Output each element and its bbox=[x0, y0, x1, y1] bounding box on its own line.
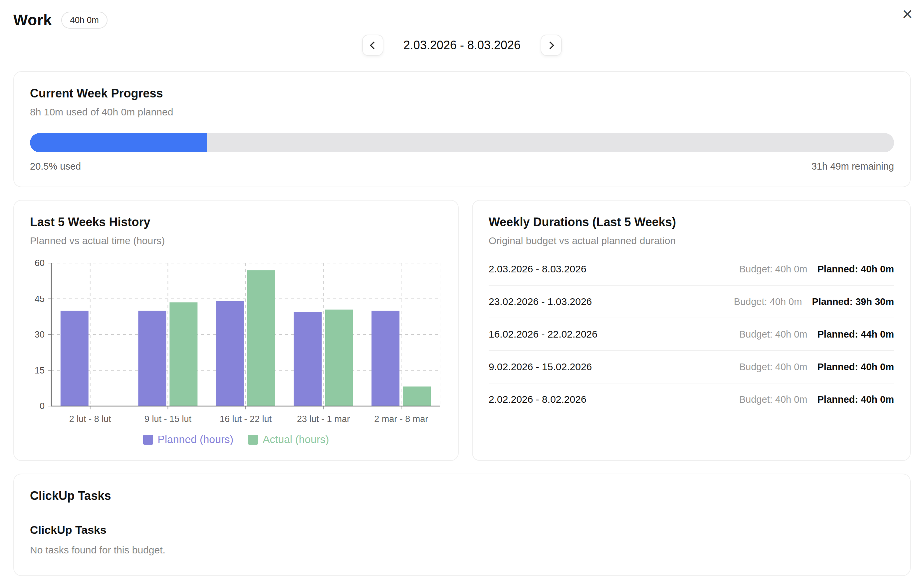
current-week-progress-card: Current Week Progress 8h 10m used of 40h… bbox=[13, 71, 911, 187]
svg-text:2 mar - 8 mar: 2 mar - 8 mar bbox=[374, 414, 428, 424]
prev-week-button[interactable] bbox=[362, 35, 383, 56]
clickup-tasks-card: ClickUp Tasks ClickUp Tasks No tasks fou… bbox=[13, 474, 911, 576]
bar-planned-week-2 bbox=[138, 311, 166, 406]
progress-card-title: Current Week Progress bbox=[30, 86, 894, 100]
week-planned: Planned: 40h 0m bbox=[817, 362, 894, 372]
bar-actual-week-2 bbox=[170, 302, 197, 406]
percent-used-label: 20.5% used bbox=[30, 161, 81, 172]
week-range: 16.02.2026 - 22.02.2026 bbox=[488, 329, 597, 340]
week-range: 2.02.2026 - 8.02.2026 bbox=[488, 394, 586, 405]
bar-chart-canvas: 0153045602 lut - 8 lut9 lut - 15 lut16 l… bbox=[30, 258, 442, 429]
week-duration-row: 2.03.2026 - 8.03.2026 Budget: 40h 0m Pla… bbox=[488, 253, 894, 286]
progress-meta: 20.5% used 31h 49m remaining bbox=[30, 161, 894, 172]
bar-planned-week-1 bbox=[61, 311, 89, 406]
legend-label: Planned (hours) bbox=[158, 433, 234, 446]
tasks-empty-message: No tasks found for this budget. bbox=[30, 545, 894, 556]
durations-card-title: Weekly Durations (Last 5 Weeks) bbox=[488, 215, 894, 229]
legend-item-actual[interactable]: Actual (hours) bbox=[248, 433, 329, 446]
history-card-title: Last 5 Weeks History bbox=[30, 215, 442, 229]
budget-detail-view: Work 40h 0m ✕ 2.03.2026 - 8.03.2026 Curr… bbox=[0, 0, 924, 586]
svg-text:0: 0 bbox=[40, 401, 45, 411]
header: Work 40h 0m bbox=[13, 9, 911, 31]
svg-text:9 lut - 15 lut: 9 lut - 15 lut bbox=[144, 414, 192, 424]
bar-chart: 0153045602 lut - 8 lut9 lut - 15 lut16 l… bbox=[30, 258, 442, 446]
week-budget: Budget: 40h 0m bbox=[739, 362, 807, 372]
svg-text:60: 60 bbox=[35, 258, 45, 268]
week-range: 23.02.2026 - 1.03.2026 bbox=[488, 296, 592, 307]
legend-label: Actual (hours) bbox=[262, 433, 329, 446]
budget-total-badge: 40h 0m bbox=[61, 12, 107, 29]
bar-planned-week-4 bbox=[294, 312, 322, 406]
bar-actual-week-5 bbox=[403, 387, 431, 406]
week-duration-row: 2.02.2026 - 8.02.2026 Budget: 40h 0m Pla… bbox=[488, 384, 894, 415]
tasks-section-title: ClickUp Tasks bbox=[30, 523, 894, 537]
svg-text:23 lut - 1 mar: 23 lut - 1 mar bbox=[297, 414, 350, 424]
chart-legend: Planned (hours)Actual (hours) bbox=[30, 433, 442, 446]
week-range: 9.02.2026 - 15.02.2026 bbox=[488, 361, 592, 372]
week-budget: Budget: 40h 0m bbox=[739, 264, 807, 275]
legend-item-planned[interactable]: Planned (hours) bbox=[143, 433, 234, 446]
progress-card-subtitle: 8h 10m used of 40h 0m planned bbox=[30, 107, 894, 118]
week-duration-row: 9.02.2026 - 15.02.2026 Budget: 40h 0m Pl… bbox=[488, 351, 894, 384]
close-button[interactable]: ✕ bbox=[898, 5, 917, 24]
bar-planned-week-5 bbox=[371, 311, 399, 406]
svg-text:30: 30 bbox=[35, 329, 45, 339]
tasks-card-title: ClickUp Tasks bbox=[30, 489, 894, 503]
bar-planned-week-3 bbox=[216, 301, 244, 406]
weekly-durations-card: Weekly Durations (Last 5 Weeks) Original… bbox=[472, 200, 911, 461]
history-card-subtitle: Planned vs actual time (hours) bbox=[30, 235, 442, 247]
progress-bar-fill bbox=[30, 133, 207, 152]
date-navigation: 2.03.2026 - 8.03.2026 bbox=[13, 35, 911, 56]
week-planned: Planned: 39h 30m bbox=[812, 296, 894, 307]
date-range-label: 2.03.2026 - 8.03.2026 bbox=[403, 38, 521, 52]
week-range: 2.03.2026 - 8.03.2026 bbox=[488, 263, 586, 275]
time-remaining-label: 31h 49m remaining bbox=[812, 161, 894, 172]
svg-text:2 lut - 8 lut: 2 lut - 8 lut bbox=[69, 414, 112, 424]
page-title: Work bbox=[13, 11, 52, 29]
legend-swatch-icon bbox=[143, 435, 153, 444]
durations-card-subtitle: Original budget vs actual planned durati… bbox=[488, 235, 894, 247]
chevron-right-icon bbox=[546, 41, 554, 49]
svg-text:16 lut - 22 lut: 16 lut - 22 lut bbox=[220, 414, 272, 424]
svg-text:45: 45 bbox=[35, 294, 45, 304]
middle-row: Last 5 Weeks History Planned vs actual t… bbox=[13, 200, 911, 461]
next-week-button[interactable] bbox=[541, 35, 562, 56]
week-duration-row: 23.02.2026 - 1.03.2026 Budget: 40h 0m Pl… bbox=[488, 286, 894, 318]
progress-bar-track bbox=[30, 133, 894, 152]
weekly-durations-list: 2.03.2026 - 8.03.2026 Budget: 40h 0m Pla… bbox=[488, 253, 894, 415]
bar-actual-week-3 bbox=[248, 270, 275, 407]
week-budget: Budget: 40h 0m bbox=[734, 296, 802, 307]
week-duration-row: 16.02.2026 - 22.02.2026 Budget: 40h 0m P… bbox=[488, 318, 894, 351]
week-planned: Planned: 44h 0m bbox=[817, 329, 894, 340]
week-budget: Budget: 40h 0m bbox=[739, 394, 807, 405]
bar-actual-week-4 bbox=[325, 309, 353, 406]
history-chart-card: Last 5 Weeks History Planned vs actual t… bbox=[13, 200, 459, 461]
week-planned: Planned: 40h 0m bbox=[817, 394, 894, 405]
legend-swatch-icon bbox=[248, 435, 258, 444]
svg-text:15: 15 bbox=[35, 365, 45, 375]
week-budget: Budget: 40h 0m bbox=[739, 329, 807, 340]
chevron-left-icon bbox=[370, 41, 378, 49]
week-planned: Planned: 40h 0m bbox=[817, 264, 894, 275]
close-icon: ✕ bbox=[901, 7, 913, 22]
